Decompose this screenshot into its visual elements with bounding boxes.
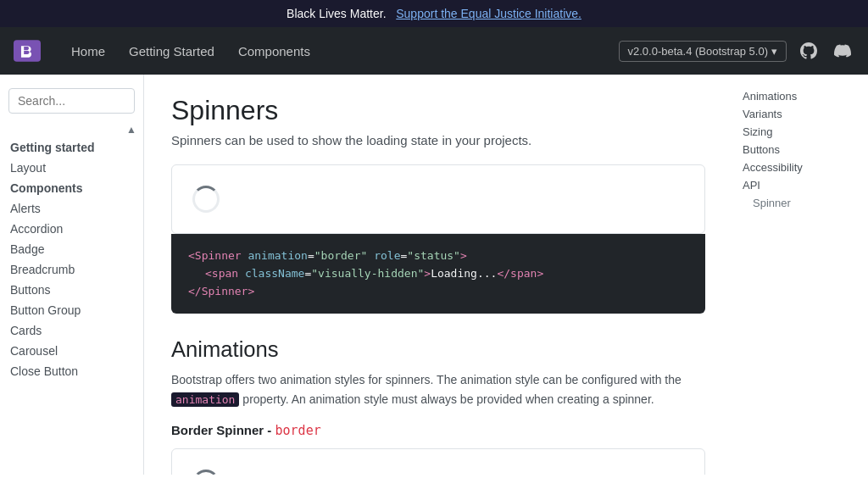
svg-rect-0: [14, 40, 41, 61]
sidebar-item-buttons[interactable]: Buttons: [0, 280, 143, 300]
main-layout: ▲ Getting started Layout Components Aler…: [0, 75, 868, 475]
toc-buttons[interactable]: Buttons: [743, 142, 858, 158]
sidebar-item-getting-started[interactable]: Getting started: [0, 137, 143, 158]
sidebar-item-accordion[interactable]: Accordion: [0, 219, 143, 239]
toc-accessibility[interactable]: Accessibility: [743, 159, 858, 175]
navbar: Home Getting Started Components v2.0.0-b…: [0, 27, 868, 75]
sidebar-scroll-indicator: ▲: [0, 124, 143, 137]
spinner-demo-box: [171, 164, 705, 234]
discord-button[interactable]: [831, 39, 854, 63]
chevron-down-icon: ▾: [771, 45, 777, 58]
navbar-right: v2.0.0-beta.4 (Bootstrap 5.0) ▾: [619, 39, 854, 63]
animations-section-text: Bootstrap offers two animation styles fo…: [171, 370, 705, 409]
code-line-3: </Spinner>: [188, 283, 688, 301]
toc-sizing[interactable]: Sizing: [743, 124, 858, 140]
sidebar-components-label: Components: [0, 178, 143, 198]
search-input[interactable]: [8, 88, 135, 114]
nav-home[interactable]: Home: [61, 37, 115, 65]
code-line-2: <span className="visually-hidden">Loadin…: [188, 265, 688, 283]
border-spinner-text: Border Spinner -: [171, 423, 271, 437]
border-spinner-label: Border Spinner - border: [171, 423, 705, 438]
sidebar-item-alerts[interactable]: Alerts: [0, 198, 143, 219]
code-line-1: <Spinner animation="border" role="status…: [188, 247, 688, 265]
sidebar-item-button-group[interactable]: Button Group: [0, 300, 143, 320]
sidebar-item-cards[interactable]: Cards: [0, 320, 143, 341]
page-subtitle: Spinners can be used to show the loading…: [171, 133, 705, 147]
sidebar-item-breadcrumb[interactable]: Breadcrumb: [0, 259, 143, 280]
banner-link[interactable]: Support the Equal Justice Initiative.: [396, 7, 581, 20]
page-title: Spinners: [171, 95, 705, 126]
sidebar-item-carousel[interactable]: Carousel: [0, 341, 143, 361]
toc-animations[interactable]: Animations: [743, 88, 858, 104]
sidebar-item-layout[interactable]: Layout: [0, 158, 143, 178]
border-spinner: [192, 470, 220, 475]
toc-api[interactable]: API: [743, 177, 858, 193]
banner-text: Black Lives Matter.: [287, 7, 387, 20]
github-button[interactable]: [797, 39, 821, 63]
code-block: <Spinner animation="border" role="status…: [171, 234, 705, 314]
sidebar-item-badge[interactable]: Badge: [0, 239, 143, 259]
top-banner: Black Lives Matter. Support the Equal Ju…: [0, 0, 868, 27]
discord-icon: [834, 42, 851, 59]
bootstrap-logo-icon: [14, 37, 41, 64]
spinner-border: [192, 186, 220, 213]
navbar-nav: Home Getting Started Components: [61, 37, 598, 65]
nav-getting-started[interactable]: Getting Started: [119, 37, 225, 65]
nav-components[interactable]: Components: [228, 37, 320, 65]
animations-prop-code: animation: [171, 392, 239, 407]
main-content: Spinners Spinners can be used to show th…: [144, 75, 732, 475]
border-spinner-demo-box: [171, 448, 705, 475]
version-dropdown[interactable]: v2.0.0-beta.4 (Bootstrap 5.0) ▾: [619, 41, 787, 62]
version-label: v2.0.0-beta.4 (Bootstrap 5.0): [628, 45, 768, 58]
navbar-brand[interactable]: [14, 37, 41, 64]
github-icon: [800, 42, 817, 59]
toc-spinner[interactable]: Spinner: [743, 195, 858, 211]
animations-section-title: Animations: [171, 337, 705, 362]
border-spinner-code: border: [275, 423, 321, 438]
toc-variants[interactable]: Variants: [743, 106, 858, 122]
sidebar: ▲ Getting started Layout Components Aler…: [0, 75, 144, 475]
animations-text1: Bootstrap offers two animation styles fo…: [171, 373, 682, 386]
table-of-contents: Animations Variants Sizing Buttons Acces…: [732, 75, 868, 475]
animations-text2: property. An animation style must always…: [242, 392, 654, 406]
sidebar-item-close-button[interactable]: Close Button: [0, 361, 143, 381]
